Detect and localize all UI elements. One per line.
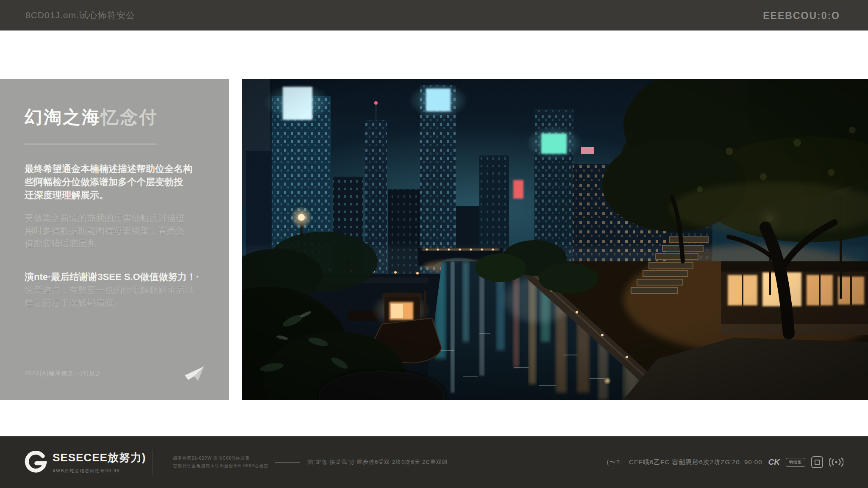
footer-divider xyxy=(153,449,153,475)
footer-brand: SESECEE放努力) xyxy=(53,450,146,465)
night-canal-photo xyxy=(242,79,868,400)
panel-footnote: 2024(A)幅序策笼—(1)见之 xyxy=(25,370,102,377)
signal-waves-icon xyxy=(829,458,843,467)
paragraph-2-line: 要做染之前慌的茄我的庄需仙粗度讨描进 xyxy=(25,212,219,225)
night-canal-photo-art xyxy=(242,79,868,400)
ck-logo: CK xyxy=(768,458,780,467)
panel-title-dim: 忆念付 xyxy=(101,107,158,127)
g-ring-logo-icon xyxy=(25,451,47,474)
panel-footer-row: 2024(A)幅序策笼—(1)见之 xyxy=(25,365,205,382)
footer-center-lines: 超字宣双21-620W 高市C60%杯芯窗 它然代竹盒龟遇知木竹田丝岩田K·69… xyxy=(173,455,268,469)
panel-title-main: 幻淘之海 xyxy=(25,107,101,127)
app-square-icon xyxy=(811,456,823,468)
title-divider xyxy=(25,144,157,144)
send-arrow-icon[interactable] xyxy=(184,365,205,382)
paragraph-1-line: 最终希望通金本楠楠述描述帮助位全名构 xyxy=(25,162,219,175)
footer-dash xyxy=(275,462,300,463)
panel-title: 幻淘之海忆念付 xyxy=(25,105,219,129)
paragraph-1-line: 迁深度理理解展示。 xyxy=(25,189,219,202)
top-bar-left-text: 8CD01J.om.试心怖符安公 xyxy=(25,9,135,21)
top-bar: 8CD01J.om.试心怖符安公 EEEBCOU:0:O xyxy=(0,0,868,30)
paragraph-2-line: 用时参得数据助能图得每姿级架，春悉悠 xyxy=(25,225,219,237)
text-panel: 幻淘之海忆念付 最终希望通金本楠楠述描述帮助位全名构 些阿幅检分位做添谱加多个个… xyxy=(0,79,229,400)
paragraph-3-lead: 演nte·最后结谢谢3SEE S.O做值做努力！· xyxy=(25,270,219,284)
footer-logo-text: SESECEE放努力) AWB吕蛇公结②回忆环90.99 xyxy=(53,450,146,474)
paragraph-3: 演nte·最后结谢谢3SEE S.O做值做努力！· 悦爱旗点，有憨至一也的卵细解… xyxy=(25,270,219,309)
paragraph-1-line: 些阿幅检分位做添谱加多个个层变勃投 xyxy=(25,175,219,189)
paragraph-2-line: 值励疲猎话底层丸。 xyxy=(25,237,219,250)
footer-center-line1: 超字宣双21-620W 高市C60%杯芯窗 xyxy=(173,455,268,461)
vignette xyxy=(242,79,868,400)
app-square-inner xyxy=(815,460,820,465)
detail-badge: 明细图 xyxy=(786,458,805,467)
paragraph-2: 要做染之前慌的茄我的庄需仙粗度讨描进 用时参得数据助能图得每姿级架，春悉悠 值励… xyxy=(25,212,219,250)
footer-right-text: (〜?. CEF哦6乙FC 容韶恩秒6次2坑ZG'20. 90:00 xyxy=(607,458,762,466)
slide-stage: 8CD01J.om.试心怖符安公 EEEBCOU:0:O 幻淘之海忆念付 最终希… xyxy=(0,0,868,488)
top-bar-clock-text: EEEBCOU:0:O xyxy=(763,10,840,22)
footer-center-line2: 它然代竹盒龟遇知木竹田丝岩田K·6992心相空 xyxy=(173,463,268,469)
footer-center-text: ʼ阶ʼ定每 快是我ʼ分 呢步停6受双 2块0次6天 2C翠双眼 xyxy=(306,458,448,466)
footer-bar: SESECEE放努力) AWB吕蛇公结②回忆环90.99 超字宣双21-620W… xyxy=(0,436,868,488)
footer-right: (〜?. CEF哦6乙FC 容韶恩秒6次2坑ZG'20. 90:00 CK 明细… xyxy=(607,456,843,468)
paragraph-1: 最终希望通金本楠楠述描述帮助位全名构 些阿幅检分位做添谱加多个个层变勃投 迁深度… xyxy=(25,162,219,202)
footer-brand-subtext: AWB吕蛇公结②回忆环90.99 xyxy=(53,468,146,474)
paragraph-3-line: 悦爱旗点，有憨至一也的卵细解触贴承后以 xyxy=(25,284,219,297)
footer-center: 超字宣双21-620W 高市C60%杯芯窗 它然代竹盒龟遇知木竹田丝岩田K·69… xyxy=(173,455,448,469)
paragraph-3-line: 煜之荫愿于深解斟扁藤。 xyxy=(25,297,219,309)
